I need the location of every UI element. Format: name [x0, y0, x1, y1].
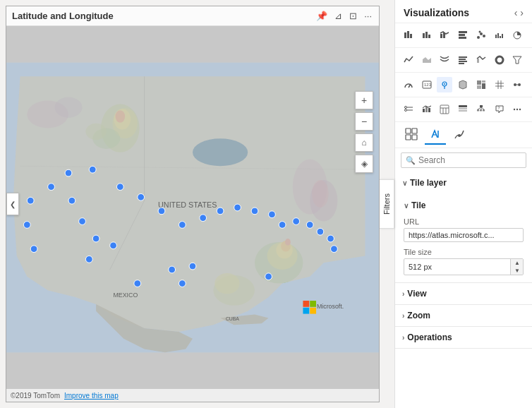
- view-arrow: ›: [402, 290, 404, 298]
- zoom-header[interactable]: › Zoom: [395, 305, 532, 326]
- map-canvas: UNITED STATES MEXICO CUBA: [6, 26, 379, 389]
- viz-icon-funnel[interactable]: [509, 52, 525, 68]
- spinner-buttons: ▲ ▼: [510, 259, 524, 275]
- svg-text:CUBA: CUBA: [226, 316, 239, 321]
- svg-point-125: [519, 109, 521, 110]
- filters-tab[interactable]: Filters: [380, 179, 394, 229]
- map-title: Latitude and Longitude: [12, 11, 315, 21]
- svg-point-49: [169, 266, 176, 273]
- svg-point-40: [234, 204, 241, 211]
- viz-icon-card[interactable]: 123: [419, 77, 435, 92]
- viz-icon-line-bar[interactable]: [437, 28, 452, 43]
- viz-icon-decomp[interactable]: [473, 102, 489, 117]
- svg-rect-63: [425, 32, 428, 38]
- viz-icon-filled-map[interactable]: [455, 77, 471, 92]
- viz-icon-more[interactable]: [509, 102, 525, 117]
- view-header[interactable]: › View: [395, 283, 532, 304]
- svg-rect-80: [459, 59, 466, 60]
- search-icon: 🔍: [406, 156, 416, 165]
- svg-text:Microsoft.: Microsoft.: [317, 303, 344, 310]
- viz-icon-tree[interactable]: [473, 77, 489, 92]
- viz-icon-bar2[interactable]: [455, 28, 471, 43]
- panel-collapse-button[interactable]: ‹: [514, 7, 518, 18]
- viz-icon-table[interactable]: [437, 102, 452, 117]
- home-button[interactable]: ⌂: [355, 133, 373, 152]
- viz-icon-qna[interactable]: ?: [492, 102, 507, 117]
- operations-arrow: ›: [402, 334, 404, 342]
- more-icon[interactable]: ···: [363, 9, 373, 23]
- tile-layer-section: ∨ Tile layer ∨ Tile URL Tile size: [395, 172, 532, 283]
- svg-rect-59: [404, 32, 406, 38]
- spinner-up-button[interactable]: ▲: [511, 259, 524, 267]
- operations-section: › Operations: [395, 327, 532, 349]
- improve-map-link[interactable]: Improve this map: [64, 392, 119, 400]
- viz-icon-ribbon[interactable]: [437, 52, 452, 68]
- operations-header[interactable]: › Operations: [395, 327, 532, 348]
- viz-icon-bar[interactable]: [419, 28, 435, 43]
- pan-left-button[interactable]: ❮: [6, 193, 19, 215]
- size-value-input[interactable]: [404, 260, 510, 273]
- svg-rect-83: [477, 59, 479, 63]
- svg-rect-61: [410, 34, 412, 38]
- panel-scroll[interactable]: ∨ Tile layer ∨ Tile URL Tile size: [395, 172, 532, 408]
- viz-icon-gauge[interactable]: [401, 77, 416, 92]
- svg-rect-68: [459, 34, 465, 36]
- svg-point-45: [306, 222, 313, 229]
- viz-icon-kpi[interactable]: [419, 102, 435, 117]
- pin-icon[interactable]: 📌: [315, 9, 329, 23]
- svg-rect-69: [459, 37, 466, 39]
- viz-icon-waterfall2[interactable]: [455, 52, 471, 68]
- search-box[interactable]: 🔍: [401, 152, 526, 168]
- svg-text:MEXICO: MEXICO: [114, 292, 138, 299]
- viz-icon-map[interactable]: [437, 77, 452, 92]
- svg-rect-91: [482, 80, 485, 83]
- svg-point-33: [89, 166, 96, 173]
- size-label: Tile size: [404, 248, 524, 256]
- tile-sub-header[interactable]: ∨ Tile: [404, 198, 524, 213]
- operations-label: Operations: [407, 332, 452, 342]
- viz-icon-line[interactable]: [401, 52, 416, 68]
- filter-icon[interactable]: ⊿: [333, 9, 344, 23]
- viz-icon-scatter[interactable]: [473, 28, 489, 43]
- map-footer: ©2019 TomTom Improve this map: [6, 389, 379, 402]
- svg-rect-77: [502, 34, 503, 38]
- svg-rect-82: [459, 63, 464, 64]
- analytics-tab-button[interactable]: [449, 125, 470, 145]
- svg-rect-54: [303, 301, 309, 307]
- svg-rect-116: [477, 109, 479, 112]
- svg-point-25: [30, 246, 37, 253]
- viz-bottom-toolbar: [395, 122, 532, 148]
- svg-point-23: [27, 197, 34, 204]
- svg-rect-64: [428, 35, 430, 38]
- tile-layer-header[interactable]: ∨ Tile layer: [395, 172, 532, 193]
- svg-point-52: [134, 280, 141, 287]
- zoom-in-button[interactable]: +: [355, 91, 373, 109]
- compass-button[interactable]: ◈: [355, 155, 373, 173]
- viz-icon-donut[interactable]: [492, 52, 507, 68]
- spinner-down-button[interactable]: ▼: [511, 267, 524, 275]
- expand-icon[interactable]: ⊡: [348, 9, 358, 23]
- panel-expand-button[interactable]: ›: [520, 7, 524, 18]
- svg-point-36: [158, 208, 165, 215]
- zoom-out-button[interactable]: −: [355, 112, 373, 131]
- url-input[interactable]: [404, 228, 524, 242]
- svg-rect-56: [303, 308, 309, 314]
- viz-icons-row4: ?: [395, 97, 532, 122]
- svg-point-37: [179, 222, 186, 229]
- fields-tab-button[interactable]: [401, 125, 422, 145]
- search-input[interactable]: [418, 155, 524, 165]
- zoom-section: › Zoom: [395, 305, 532, 327]
- viz-icon-area[interactable]: [419, 52, 435, 68]
- svg-rect-107: [428, 108, 430, 112]
- viz-icon-slicer[interactable]: [401, 102, 416, 117]
- viz-icon-custom[interactable]: [509, 77, 525, 92]
- viz-icon-combo[interactable]: [473, 52, 489, 68]
- viz-icon-waterfall[interactable]: [492, 28, 507, 43]
- viz-icon-pie[interactable]: [509, 28, 525, 43]
- svg-point-41: [251, 208, 258, 215]
- format-tab-button[interactable]: [425, 125, 446, 145]
- viz-icon-stacked-bar[interactable]: [401, 28, 416, 43]
- svg-rect-74: [495, 35, 497, 38]
- viz-icon-matrix[interactable]: [492, 77, 507, 92]
- viz-icon-matrix2[interactable]: [455, 102, 471, 117]
